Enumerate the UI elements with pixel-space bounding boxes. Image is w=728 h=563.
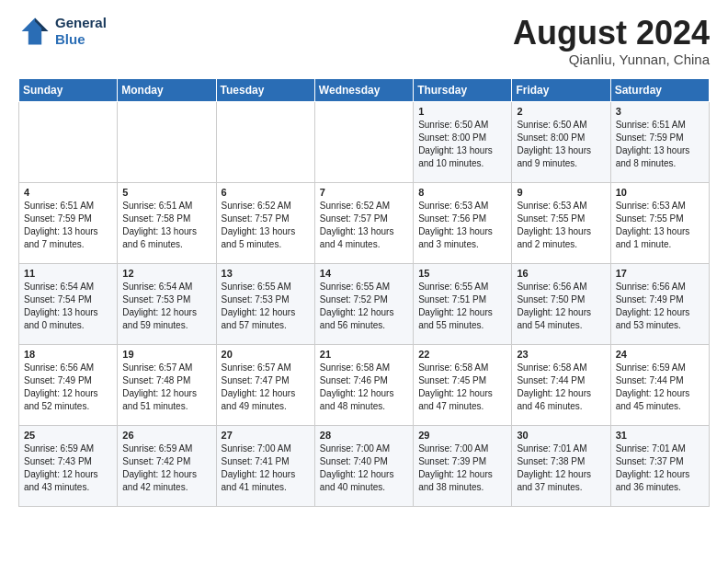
logo-line1: General xyxy=(55,15,107,31)
day-info: Sunrise: 7:00 AM Sunset: 7:41 PM Dayligh… xyxy=(222,442,310,494)
day-info: Sunrise: 6:54 AM Sunset: 7:53 PM Dayligh… xyxy=(122,281,210,332)
day-info: Sunrise: 6:59 AM Sunset: 7:42 PM Dayligh… xyxy=(122,442,210,494)
calendar-cell: 29Sunrise: 7:00 AM Sunset: 7:39 PM Dayli… xyxy=(414,425,512,506)
day-number: 24 xyxy=(616,349,704,360)
col-tuesday: Tuesday xyxy=(216,78,314,101)
logo-line2: Blue xyxy=(55,31,107,48)
logo: General Blue xyxy=(18,15,107,48)
col-wednesday: Wednesday xyxy=(314,78,413,101)
calendar-cell: 26Sunrise: 6:59 AM Sunset: 7:42 PM Dayli… xyxy=(118,425,216,506)
calendar-cell xyxy=(118,101,216,182)
day-info: Sunrise: 6:50 AM Sunset: 8:00 PM Dayligh… xyxy=(517,119,605,170)
day-number: 20 xyxy=(222,349,310,360)
day-info: Sunrise: 7:00 AM Sunset: 7:39 PM Dayligh… xyxy=(418,442,506,494)
day-info: Sunrise: 6:55 AM Sunset: 7:52 PM Dayligh… xyxy=(320,281,408,332)
day-info: Sunrise: 6:53 AM Sunset: 7:56 PM Dayligh… xyxy=(418,200,506,251)
calendar-week-3: 18Sunrise: 6:56 AM Sunset: 7:49 PM Dayli… xyxy=(19,344,710,425)
calendar-cell: 25Sunrise: 6:59 AM Sunset: 7:43 PM Dayli… xyxy=(19,425,118,506)
day-info: Sunrise: 6:56 AM Sunset: 7:50 PM Dayligh… xyxy=(517,281,605,332)
day-number: 28 xyxy=(320,430,408,441)
day-number: 3 xyxy=(616,106,704,117)
day-info: Sunrise: 6:56 AM Sunset: 7:49 PM Dayligh… xyxy=(24,362,112,413)
calendar-cell: 13Sunrise: 6:55 AM Sunset: 7:53 PM Dayli… xyxy=(216,263,314,344)
col-monday: Monday xyxy=(118,78,216,101)
day-number: 23 xyxy=(517,349,605,360)
calendar-week-1: 4Sunrise: 6:51 AM Sunset: 7:59 PM Daylig… xyxy=(19,182,710,263)
calendar-cell: 23Sunrise: 6:58 AM Sunset: 7:44 PM Dayli… xyxy=(512,344,610,425)
day-info: Sunrise: 6:50 AM Sunset: 8:00 PM Dayligh… xyxy=(418,119,506,170)
calendar-cell: 19Sunrise: 6:57 AM Sunset: 7:48 PM Dayli… xyxy=(118,344,216,425)
calendar-cell: 9Sunrise: 6:53 AM Sunset: 7:55 PM Daylig… xyxy=(512,182,610,263)
day-number: 31 xyxy=(616,430,704,441)
location: Qianliu, Yunnan, China xyxy=(513,52,710,67)
day-number: 27 xyxy=(222,430,310,441)
day-info: Sunrise: 6:53 AM Sunset: 7:55 PM Dayligh… xyxy=(616,200,704,251)
calendar-cell: 2Sunrise: 6:50 AM Sunset: 8:00 PM Daylig… xyxy=(512,101,610,182)
calendar-cell: 21Sunrise: 6:58 AM Sunset: 7:46 PM Dayli… xyxy=(314,344,413,425)
day-number: 8 xyxy=(418,187,506,198)
col-saturday: Saturday xyxy=(610,78,709,101)
calendar-cell xyxy=(19,101,118,182)
calendar-cell: 15Sunrise: 6:55 AM Sunset: 7:51 PM Dayli… xyxy=(414,263,512,344)
calendar-cell: 31Sunrise: 7:01 AM Sunset: 7:37 PM Dayli… xyxy=(610,425,709,506)
calendar-cell: 6Sunrise: 6:52 AM Sunset: 7:57 PM Daylig… xyxy=(216,182,314,263)
day-info: Sunrise: 6:52 AM Sunset: 7:57 PM Dayligh… xyxy=(320,200,408,251)
day-number: 15 xyxy=(418,268,506,279)
day-info: Sunrise: 6:57 AM Sunset: 7:47 PM Dayligh… xyxy=(222,362,310,413)
day-info: Sunrise: 6:51 AM Sunset: 7:59 PM Dayligh… xyxy=(24,200,112,251)
page: General Blue August 2024 Qianliu, Yunnan… xyxy=(0,0,728,522)
day-info: Sunrise: 6:55 AM Sunset: 7:53 PM Dayligh… xyxy=(222,281,310,332)
calendar-cell: 11Sunrise: 6:54 AM Sunset: 7:54 PM Dayli… xyxy=(19,263,118,344)
calendar-table: Sunday Monday Tuesday Wednesday Thursday… xyxy=(18,78,710,507)
day-info: Sunrise: 6:59 AM Sunset: 7:44 PM Dayligh… xyxy=(616,362,704,413)
day-info: Sunrise: 6:53 AM Sunset: 7:55 PM Dayligh… xyxy=(517,200,605,251)
calendar-cell xyxy=(216,101,314,182)
day-number: 2 xyxy=(517,106,605,117)
day-info: Sunrise: 6:51 AM Sunset: 7:58 PM Dayligh… xyxy=(122,200,210,251)
calendar-cell: 8Sunrise: 6:53 AM Sunset: 7:56 PM Daylig… xyxy=(414,182,512,263)
day-number: 7 xyxy=(320,187,408,198)
day-number: 21 xyxy=(320,349,408,360)
calendar-cell: 5Sunrise: 6:51 AM Sunset: 7:58 PM Daylig… xyxy=(118,182,216,263)
calendar-cell: 1Sunrise: 6:50 AM Sunset: 8:00 PM Daylig… xyxy=(414,101,512,182)
header: General Blue August 2024 Qianliu, Yunnan… xyxy=(18,15,710,67)
calendar-cell: 28Sunrise: 7:00 AM Sunset: 7:40 PM Dayli… xyxy=(314,425,413,506)
calendar-week-2: 11Sunrise: 6:54 AM Sunset: 7:54 PM Dayli… xyxy=(19,263,710,344)
day-info: Sunrise: 7:01 AM Sunset: 7:37 PM Dayligh… xyxy=(616,442,704,494)
day-number: 30 xyxy=(517,430,605,441)
day-number: 19 xyxy=(122,349,210,360)
day-number: 18 xyxy=(24,349,112,360)
calendar-cell: 3Sunrise: 6:51 AM Sunset: 7:59 PM Daylig… xyxy=(610,101,709,182)
day-info: Sunrise: 7:01 AM Sunset: 7:38 PM Dayligh… xyxy=(517,442,605,494)
day-number: 5 xyxy=(122,187,210,198)
calendar-cell: 22Sunrise: 6:58 AM Sunset: 7:45 PM Dayli… xyxy=(414,344,512,425)
calendar-header: Sunday Monday Tuesday Wednesday Thursday… xyxy=(19,78,710,101)
day-info: Sunrise: 6:51 AM Sunset: 7:59 PM Dayligh… xyxy=(616,119,704,170)
calendar-cell: 4Sunrise: 6:51 AM Sunset: 7:59 PM Daylig… xyxy=(19,182,118,263)
day-number: 4 xyxy=(24,187,112,198)
logo-text: General Blue xyxy=(55,15,107,48)
day-info: Sunrise: 6:54 AM Sunset: 7:54 PM Dayligh… xyxy=(24,281,112,332)
day-info: Sunrise: 6:59 AM Sunset: 7:43 PM Dayligh… xyxy=(24,442,112,494)
day-number: 9 xyxy=(517,187,605,198)
day-info: Sunrise: 6:58 AM Sunset: 7:45 PM Dayligh… xyxy=(418,362,506,413)
calendar-cell: 17Sunrise: 6:56 AM Sunset: 7:49 PM Dayli… xyxy=(610,263,709,344)
day-number: 25 xyxy=(24,430,112,441)
day-number: 11 xyxy=(24,268,112,279)
calendar-cell: 7Sunrise: 6:52 AM Sunset: 7:57 PM Daylig… xyxy=(314,182,413,263)
calendar-cell: 14Sunrise: 6:55 AM Sunset: 7:52 PM Dayli… xyxy=(314,263,413,344)
day-info: Sunrise: 6:56 AM Sunset: 7:49 PM Dayligh… xyxy=(616,281,704,332)
day-number: 16 xyxy=(517,268,605,279)
calendar-body: 1Sunrise: 6:50 AM Sunset: 8:00 PM Daylig… xyxy=(19,101,710,506)
logo-icon xyxy=(18,15,51,48)
col-friday: Friday xyxy=(512,78,610,101)
day-number: 17 xyxy=(616,268,704,279)
header-row: Sunday Monday Tuesday Wednesday Thursday… xyxy=(19,78,710,101)
calendar-cell: 27Sunrise: 7:00 AM Sunset: 7:41 PM Dayli… xyxy=(216,425,314,506)
day-number: 26 xyxy=(122,430,210,441)
calendar-cell xyxy=(314,101,413,182)
day-number: 22 xyxy=(418,349,506,360)
calendar-week-4: 25Sunrise: 6:59 AM Sunset: 7:43 PM Dayli… xyxy=(19,425,710,506)
day-info: Sunrise: 7:00 AM Sunset: 7:40 PM Dayligh… xyxy=(320,442,408,494)
day-info: Sunrise: 6:58 AM Sunset: 7:44 PM Dayligh… xyxy=(517,362,605,413)
